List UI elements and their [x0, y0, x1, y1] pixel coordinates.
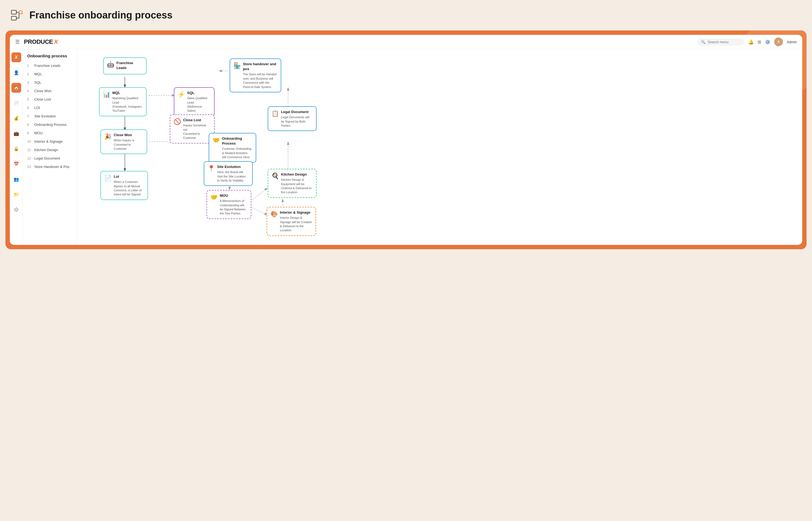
sidebar-icon-user[interactable]: 👤 [12, 68, 21, 77]
sql-subtitle: Sales Qualified Lead(Reference Sales) [187, 96, 211, 113]
sidebar-list-title: Onboarding process [23, 53, 77, 62]
bell-icon[interactable]: 🔔 [748, 39, 754, 45]
store-handover-subtitle: The Store will be Handed over, and Busin… [243, 72, 277, 89]
node-kitchen-design[interactable]: 🍳 Kitchen Design Kitchen Design & Equipm… [268, 169, 317, 198]
loi-title: LoI [114, 174, 144, 179]
grid-icon[interactable]: ⊞ [757, 39, 761, 45]
sidebar-icon-file[interactable]: 📁 [12, 189, 21, 199]
menu-icon[interactable]: ☰ [15, 39, 20, 45]
onboarding-title: Onboarding Process [222, 136, 253, 146]
sidebar-item-6[interactable]: 6LOI [23, 104, 77, 112]
settings-icon[interactable]: ⚙️ [765, 39, 770, 45]
sidebar-item-5[interactable]: 5Close Lost [23, 95, 77, 104]
sidebar-icon-home[interactable]: 🏠 [12, 83, 21, 93]
sidebar-item-8[interactable]: 8Onboarding Process [23, 120, 77, 129]
onboarding-subtitle: Customer Onboarding & Related Activities… [222, 147, 253, 159]
main-content: 🤖 Franchise Leads ⚡ SQL Sales Qu [77, 49, 802, 245]
sidebar-icon-people[interactable]: 👥 [12, 174, 21, 184]
legal-doc-icon: 📋 [272, 110, 279, 118]
sidebar-icon-lock[interactable]: 🔒 [12, 144, 21, 154]
legal-doc-subtitle: Legal Documents will be Signed by Both P… [281, 115, 313, 128]
site-evo-icon: 📍 [208, 164, 215, 173]
interior-subtitle: Interior Design & Signage will be Create… [280, 216, 312, 233]
node-mql[interactable]: 📊 MQL Marketing Qualified Lead(Facebook,… [99, 87, 147, 116]
search-bar[interactable]: 🔍 [697, 38, 744, 46]
site-evo-subtitle: Here, the Brand will Visit the Site Loca… [217, 170, 249, 183]
page-header-icon [11, 8, 25, 22]
search-input[interactable] [708, 40, 740, 44]
store-handover-icon: 🏪 [233, 62, 241, 70]
node-interior-signage[interactable]: 🎨 Interior & Signage Interior Design & S… [266, 207, 316, 236]
interior-title: Interior & Signage [280, 210, 312, 215]
node-close-lost[interactable]: 🚫 Close Lost Inquiry Somehow notConverte… [170, 114, 215, 143]
close-won-title: Close Won [114, 133, 143, 137]
node-loi[interactable]: 📄 LoI When a Customer Agrees to all Mutu… [100, 171, 148, 200]
logo-produce: PRODUCE [24, 38, 53, 45]
sidebar-item-10[interactable]: 10Interior & Signage [23, 137, 77, 146]
kitchen-icon: 🍳 [272, 172, 279, 180]
sidebar-item-2[interactable]: 2MQL [23, 70, 77, 78]
node-store-handover[interactable]: 🏪 Store handover and pos The Store will … [230, 59, 281, 92]
sidebar-item-3[interactable]: 3SQL [23, 78, 77, 87]
admin-label: Admin [787, 40, 797, 44]
loi-icon: 📄 [104, 174, 111, 183]
sidebar-item-1[interactable]: 1Franchise Leads [23, 62, 77, 70]
mou-title: MOU [220, 193, 248, 198]
franchise-leads-icon: 🤖 [107, 61, 114, 69]
kitchen-title: Kitchen Design [281, 172, 313, 177]
sidebar-logo: X [12, 52, 21, 62]
svg-line-6 [21, 13, 23, 14]
sql-title: SQL [187, 91, 211, 95]
svg-rect-0 [12, 10, 16, 14]
sidebar-icon-calendar[interactable]: 📅 [12, 159, 21, 169]
avatar: A [774, 38, 783, 46]
sql-icon: ⚡ [178, 91, 185, 99]
sidebar-icon-doc[interactable]: 📄 [12, 98, 21, 108]
node-onboarding[interactable]: 🤝 Onboarding Process Customer Onboarding… [209, 133, 256, 163]
franchise-leads-title: Franchise Leads [116, 61, 143, 70]
sidebar-icon-bag[interactable]: 💼 [12, 129, 21, 138]
navbar-logo: PRODUCEX [24, 38, 58, 45]
close-won-subtitle: When Inquiry isConverted to Customer [114, 138, 143, 151]
sidebar-item-13[interactable]: 13Store Handover & Pos [23, 162, 77, 171]
mou-icon: 🤝 [210, 193, 218, 202]
mou-subtitle: A Memorandum of Understanding will be Si… [220, 199, 248, 216]
body-layout: X 👤 🏠 📄 💰 💼 🔒 📅 👥 📁 ⏻ Onboarding process… [10, 49, 802, 245]
loi-subtitle: When a Customer Agrees to all Mutual Con… [114, 180, 144, 197]
site-evo-title: Site Evolution [217, 164, 249, 169]
sidebar-icon-coin[interactable]: 💰 [12, 113, 21, 123]
mql-icon: 📊 [103, 91, 110, 99]
close-lost-icon: 🚫 [174, 118, 181, 126]
node-mou[interactable]: 🤝 MOU A Memorandum of Understanding will… [207, 190, 251, 219]
node-franchise-leads[interactable]: 🤖 Franchise Leads [103, 58, 147, 74]
kitchen-subtitle: Kitchen Design & Equipment will be Order… [281, 178, 313, 195]
node-legal-document[interactable]: 📋 Legal Document Legal Documents will be… [268, 106, 317, 131]
store-handover-title: Store handover and pos [243, 62, 277, 71]
search-icon: 🔍 [701, 40, 705, 44]
close-lost-title: Close Lost [183, 118, 211, 122]
legal-doc-title: Legal Document [281, 110, 313, 114]
sidebar-list: Onboarding process 1Franchise Leads 2MQL… [23, 49, 77, 245]
onboarding-icon: 🤝 [212, 136, 220, 144]
flow-diagram: 🤖 Franchise Leads ⚡ SQL Sales Qu [83, 54, 319, 240]
node-site-evolution[interactable]: 📍 Site Evolution Here, the Brand will Vi… [204, 161, 253, 186]
close-won-icon: 🎉 [104, 133, 111, 141]
node-close-won[interactable]: 🎉 Close Won When Inquiry isConverted to … [100, 129, 147, 154]
sidebar-item-4[interactable]: 4Close Won [23, 87, 77, 95]
sidebar-item-12[interactable]: 12Legal Document [23, 154, 77, 162]
logo-x: X [54, 38, 58, 45]
mql-subtitle: Marketing Qualified Lead(Facebook, Insta… [112, 96, 143, 113]
sidebar-icon-power[interactable]: ⏻ [12, 205, 21, 214]
svg-rect-1 [12, 16, 16, 20]
close-lost-subtitle: Inquiry Somehow notConverted to Customer [183, 123, 211, 140]
interior-icon: 🎨 [271, 210, 278, 219]
node-sql[interactable]: ⚡ SQL Sales Qualified Lead(Reference Sal… [174, 87, 215, 116]
page-header: Franchise onboarding process [5, 5, 807, 25]
navbar-icons: 🔔 ⊞ ⚙️ A Admin [748, 38, 797, 46]
mql-title: MQL [112, 91, 143, 95]
sidebar-item-11[interactable]: 11Kitchen Design [23, 146, 77, 154]
sidebar-item-9[interactable]: 9MOU [23, 129, 77, 137]
page-title: Franchise onboarding process [29, 9, 172, 21]
sidebar-item-7[interactable]: 7Site Evolution [23, 112, 77, 120]
navbar: ☰ PRODUCEX 🔍 🔔 ⊞ ⚙️ A Admin [10, 35, 802, 49]
